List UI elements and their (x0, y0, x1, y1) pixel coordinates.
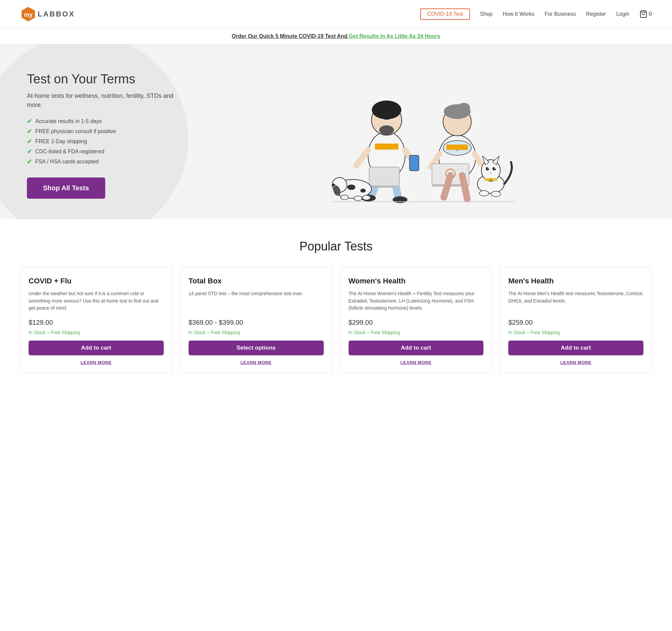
add-to-cart-button[interactable]: Add to cart (349, 341, 484, 355)
card-price: $259.00 (508, 319, 643, 326)
svg-text:my: my (24, 11, 32, 18)
card-title: COVID + Flu (29, 277, 164, 285)
checklist-item: ✔Accurate results in 1-5 days (27, 118, 188, 125)
learn-more-link[interactable]: LEARN MORE (189, 360, 324, 365)
main-nav: COVID-19 Test Shop How It Works For Busi… (420, 8, 652, 20)
hero-subtitle: At-home tests for wellness, nutrition, f… (27, 92, 188, 110)
svg-point-55 (479, 191, 489, 196)
announcement-bar: Order Our Quick 5 Minute COVID-19 Test A… (0, 29, 672, 44)
svg-line-9 (356, 150, 368, 165)
select-options-button[interactable]: Select options (189, 341, 324, 355)
learn-more-link[interactable]: LEARN MORE (29, 360, 164, 365)
checklist-item: ✔FREE 2-Day shipping (27, 138, 188, 145)
svg-point-26 (362, 195, 370, 200)
checklist-item: ✔FSA / HSA cards accepted (27, 158, 188, 165)
checklist-item: ✔CDC-listed & FDA-registered (27, 148, 188, 155)
product-card-total-box: Total Box 14 panel STD test – the most c… (180, 267, 332, 373)
learn-more-link[interactable]: LEARN MORE (508, 360, 643, 365)
product-card-mens-health: Men's Health The At Home Men's Health te… (500, 267, 652, 373)
checklist-item: ✔FREE physician consult if positive (27, 128, 188, 135)
cart-button[interactable]: 0 (640, 10, 652, 18)
card-stock: In Stock – Free Shipping (349, 330, 484, 335)
check-icon: ✔ (27, 148, 32, 155)
product-card-covid-flu: COVID + Flu Under the weather but not su… (20, 267, 172, 373)
logo-text: LABBOX (38, 10, 75, 19)
add-to-cart-button[interactable]: Add to cart (29, 341, 164, 355)
site-header: my LABBOX COVID-19 Test Shop How It Work… (0, 0, 672, 29)
svg-point-50 (487, 167, 489, 169)
nav-login[interactable]: Login (616, 11, 629, 17)
card-description: 14 panel STD test – the most comprehensi… (189, 290, 324, 312)
hero-content: Test on Your Terms At-home tests for wel… (27, 72, 188, 199)
svg-point-51 (494, 167, 496, 169)
check-icon: ✔ (27, 118, 32, 125)
logo-icon: my (20, 6, 36, 22)
nav-how-it-works[interactable]: How It Works (503, 11, 534, 17)
card-description: Under the weather but not sure if it is … (29, 290, 164, 312)
hero-illustration-svg (319, 65, 514, 206)
shop-all-tests-button[interactable]: Shop All Tests (27, 177, 105, 199)
nav-shop[interactable]: Shop (480, 11, 493, 17)
card-description: The At Home Women's Health + Fertility T… (349, 290, 484, 312)
svg-point-21 (360, 189, 366, 193)
cart-icon (640, 10, 647, 18)
svg-point-54 (489, 178, 492, 181)
announcement-text: Order Our Quick 5 Minute COVID-19 Test A… (232, 33, 349, 39)
svg-point-25 (354, 196, 362, 201)
svg-rect-11 (409, 155, 419, 171)
card-title: Women's Health (349, 277, 484, 285)
svg-point-20 (347, 185, 355, 190)
announcement-link[interactable]: Get Results In As Little As 24 Hours (349, 33, 440, 39)
svg-point-30 (458, 103, 470, 112)
covid-test-button[interactable]: COVID-19 Test (420, 8, 470, 20)
svg-rect-16 (369, 167, 399, 187)
svg-line-37 (475, 154, 481, 164)
card-title: Men's Health (508, 277, 643, 285)
popular-tests-title: Popular Tests (20, 239, 652, 253)
svg-point-56 (491, 191, 501, 197)
hero-checklist: ✔Accurate results in 1-5 days ✔FREE phys… (27, 118, 188, 165)
check-icon: ✔ (27, 128, 32, 135)
product-cards-grid: COVID + Flu Under the weather but not su… (20, 267, 652, 373)
learn-more-link[interactable]: LEARN MORE (349, 360, 484, 365)
hero-illustration (188, 65, 645, 206)
hero-section: Test on Your Terms At-home tests for wel… (0, 44, 672, 219)
check-icon: ✔ (27, 158, 32, 165)
popular-tests-section: Popular Tests COVID + Flu Under the weat… (0, 219, 672, 386)
card-title: Total Box (189, 277, 324, 285)
svg-point-45 (481, 160, 500, 181)
card-description: The At Home Men's Health test measures T… (508, 290, 643, 312)
card-stock: In Stock – Free Shipping (508, 330, 643, 335)
cart-count: 0 (649, 11, 652, 17)
svg-point-24 (340, 195, 349, 200)
card-stock: In Stock – Free Shipping (189, 330, 324, 335)
svg-point-23 (332, 184, 335, 186)
svg-point-6 (380, 109, 393, 120)
product-card-womens-health: Women's Health The At Home Women's Healt… (340, 267, 492, 373)
svg-point-7 (379, 125, 394, 135)
svg-rect-35 (447, 145, 468, 150)
card-price: $369.00 - $399.00 (189, 319, 324, 326)
logo[interactable]: my LABBOX (20, 6, 75, 22)
svg-rect-8 (375, 144, 398, 150)
card-price: $299.00 (349, 319, 484, 326)
svg-point-48 (486, 167, 489, 170)
svg-rect-17 (369, 186, 399, 188)
nav-for-business[interactable]: For Business (545, 11, 576, 17)
card-stock: In Stock – Free Shipping (29, 330, 164, 335)
card-price: $129.00 (29, 319, 164, 326)
check-icon: ✔ (27, 138, 32, 145)
hero-title: Test on Your Terms (27, 72, 188, 87)
svg-point-49 (493, 167, 496, 170)
nav-register[interactable]: Register (586, 11, 606, 17)
add-to-cart-button[interactable]: Add to cart (508, 341, 643, 355)
